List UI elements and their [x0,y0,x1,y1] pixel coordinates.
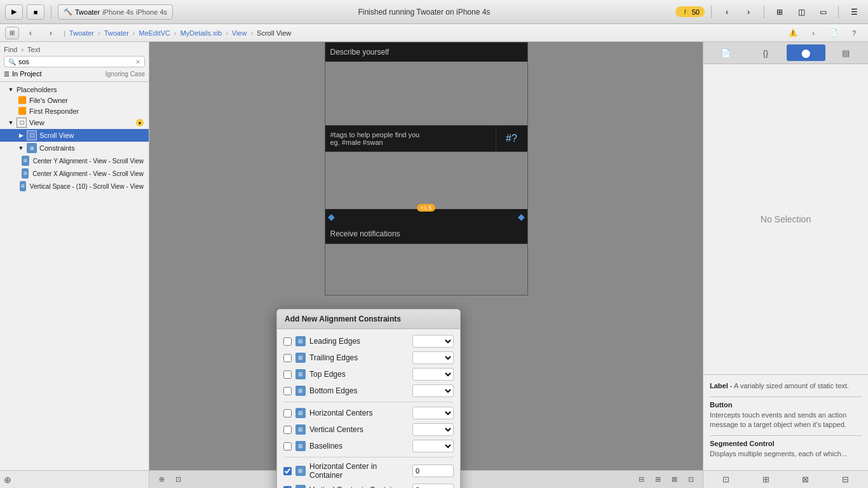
search-input[interactable] [18,58,133,65]
run-button[interactable]: ▶ [5,4,23,20]
horiz-centers-select[interactable] [412,407,454,419]
search-input-wrap[interactable]: 🔍 ✕ [4,56,145,67]
view-collapse-icon[interactable]: ▼ [8,119,14,126]
breadcrumb-item-3[interactable]: MeEditVC [139,29,170,37]
view-header[interactable]: ▼ ☐ View ● [0,116,149,129]
tab-attributes[interactable]: ▤ [827,44,865,61]
vert-centers-checkbox[interactable] [283,426,292,434]
forward-button[interactable]: › [42,25,60,41]
warning-icon: ⚠️ [681,8,689,16]
file-icon[interactable]: 📄 [825,25,843,41]
trailing-edges-label: Trailing Edges [309,353,409,362]
breadcrumb-item-5[interactable]: View [232,29,247,37]
placeholders-header[interactable]: ▼ Placeholders [0,85,149,95]
horiz-centers-checkbox[interactable] [283,409,292,417]
split-view-button[interactable]: ◫ [792,4,810,20]
constraint-item-3[interactable]: ⊞ Vertical Space - (10) - Scroll View - … [0,180,149,193]
back-button[interactable]: ‹ [22,25,39,41]
tags-gray-box [325,152,527,209]
bottom-edges-select[interactable] [412,384,454,397]
breadcrumb-item-4[interactable]: MyDetails.xib [180,29,222,37]
constraints-toggle[interactable]: ▼ [18,145,24,151]
clear-icon[interactable]: ✕ [135,58,140,65]
vert-center-container-checkbox[interactable] [283,486,292,489]
trailing-edges-select[interactable] [412,351,454,364]
trailing-edges-icon: ⊞ [295,353,306,363]
top-edges-select[interactable] [412,368,454,381]
trailing-edges-checkbox[interactable] [283,354,292,362]
leading-edges-checkbox[interactable] [283,337,292,346]
popup-body: ⊞ Leading Edges ⊞ Trailing Edges [277,329,460,488]
bottom-icon-2[interactable]: ⊞ [756,472,775,487]
vert-centers-select[interactable] [412,423,454,436]
nav-back-button[interactable]: ‹ [718,4,736,20]
popup-divider-2 [283,457,454,458]
vert-center-container-input[interactable] [412,484,454,488]
top-edges-checkbox[interactable] [283,370,292,379]
grid-view-button[interactable]: ⊞ [771,4,789,20]
align-center-button[interactable]: ⊞ [651,473,665,486]
alert-icon[interactable]: ⚠️ [784,25,802,41]
first-responder-icon: 🟧 [18,107,27,115]
add-button[interactable]: ⊕ [154,473,168,486]
constraint-item-2[interactable]: ⊞ Center X Alignment - View - Scroll Vie… [0,167,149,180]
bottom-edges-row: ⊞ Bottom Edges [277,383,460,399]
bottom-edges-checkbox[interactable] [283,387,292,395]
describe-gray-box [325,62,527,125]
breadcrumb-item-1[interactable]: Twoater [69,29,94,37]
files-owner-item[interactable]: 🟧 File's Owner [0,95,149,105]
constraint-item-1[interactable]: ⊞ Center Y Alignment - View - Scroll Vie… [0,154,149,167]
right-anchor-dot: ◆ [518,212,525,222]
vert-center-container-label: Vertical Center in Container [309,485,409,488]
scroll-view-icon: ☐ [27,130,37,140]
scheme-name: Twoater [75,8,100,16]
scroll-view-item[interactable]: ▶ ☐ Scroll View [0,129,149,142]
horiz-centers-label: Horizontal Centers [309,409,409,417]
button-desc: Intercepts touch events and sends an act… [710,410,862,430]
find-label: Find › Text [4,46,40,53]
tab-file[interactable]: 📄 [706,44,745,61]
bottom-icon-4[interactable]: ⊟ [836,472,855,487]
view-checkbox-icon: ☐ [17,118,27,128]
align-right-button[interactable]: ⊠ [667,473,681,486]
case-label: Ignoring Case [105,71,145,78]
constraint-button[interactable]: ⊡ [684,473,698,486]
view-badge: ● [136,119,144,126]
jump-to-def-button[interactable]: › [804,25,822,41]
bottom-icon-1[interactable]: ⊡ [716,472,735,487]
single-view-button[interactable]: ▭ [814,4,832,20]
breadcrumb-item-2[interactable]: Twoater [104,29,129,37]
tab-identity[interactable]: ⬤ [787,44,825,61]
first-responder-item[interactable]: 🟧 First Responder [0,105,149,116]
fit-button[interactable]: ⊡ [171,473,185,486]
add-item-button[interactable]: ⊕ [4,475,11,485]
baselines-checkbox[interactable] [283,442,292,451]
hammer-icon: 🔨 [64,8,72,16]
inspector-button[interactable]: ☰ [845,4,863,20]
describe-section: Describe yourself [325,43,527,126]
scroll-view-toggle[interactable]: ▶ [18,132,24,139]
stop-button[interactable]: ■ [27,4,44,20]
help-icon[interactable]: ? [845,25,863,41]
right-divider-1 [710,396,862,397]
leading-edges-select[interactable] [412,335,454,348]
constraint-icon-1: ⊞ [22,156,29,166]
baselines-select[interactable] [412,440,454,452]
label-title: Label [710,382,728,390]
collapse-icon[interactable]: ▼ [8,86,14,93]
device-name: iPhone 4s [102,8,133,16]
bottom-icon-3[interactable]: ⊠ [796,472,815,487]
jump-button[interactable]: ⊞ [5,27,19,39]
nav-forward-button[interactable]: › [740,4,757,20]
horiz-centers-row: ⊞ Horizontal Centers [277,405,460,421]
horiz-center-container-checkbox[interactable] [283,467,292,475]
baselines-icon: ⊞ [295,441,306,451]
constraints-header[interactable]: ▼ ⊞ Constraints [0,142,149,154]
warning-badge[interactable]: ⚠️ 50 [675,6,705,17]
tab-code[interactable]: {} [746,44,785,61]
horiz-center-container-input[interactable] [412,464,454,477]
align-left-button[interactable]: ⊟ [634,473,648,486]
right-panel-bottom: ⊡ ⊞ ⊠ ⊟ [703,470,868,488]
scheme-selector[interactable]: 🔨 Twoater iPhone 4s iPhone 4s [58,4,173,20]
main-layout: Find › Text 🔍 ✕ ☰ In Project Ignoring Ca… [0,42,868,488]
